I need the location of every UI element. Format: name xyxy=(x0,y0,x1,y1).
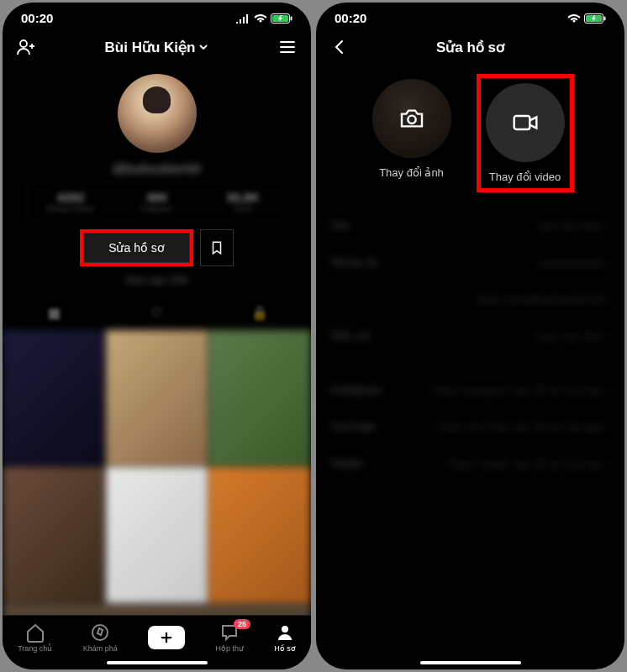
video-thumbnail[interactable] xyxy=(208,330,311,466)
bookmark-icon xyxy=(209,240,224,255)
setting-name[interactable]: Tên Bùi Hữu Kiện › xyxy=(329,207,611,244)
svg-point-3 xyxy=(20,40,27,47)
compass-icon xyxy=(90,622,110,643)
add-friend-icon[interactable] xyxy=(16,37,36,57)
video-thumbnail[interactable] xyxy=(3,330,105,466)
svg-rect-10 xyxy=(514,116,530,129)
edit-header: Sửa hồ sơ xyxy=(316,29,624,66)
svg-rect-2 xyxy=(291,16,292,20)
stats-row: 4282 Đang Follow 480 Follower 30,8K Thíc… xyxy=(27,182,287,221)
action-row: Sửa hồ sơ xyxy=(3,229,311,266)
profile-icon xyxy=(275,622,295,643)
nav-create[interactable] xyxy=(148,626,185,649)
status-icons xyxy=(567,13,606,24)
svg-rect-8 xyxy=(604,16,606,20)
profile-screen: 00:20 Bùi Hữu Kiện @buihuukien99 4282 Đa… xyxy=(3,3,311,669)
status-bar: 00:20 xyxy=(316,3,624,29)
nav-home[interactable]: Trang chủ xyxy=(18,622,52,653)
settings-list: Tên Bùi Hữu Kiện › TikTok ID buihuukien9… xyxy=(316,207,624,482)
svg-point-5 xyxy=(282,626,288,633)
edit-profile-button[interactable]: Sửa hồ sơ xyxy=(80,229,193,266)
home-indicator xyxy=(107,661,208,664)
video-circle xyxy=(486,83,565,162)
battery-icon xyxy=(584,13,606,24)
tab-videos[interactable]: ▦ xyxy=(3,297,105,329)
nav-profile[interactable]: Hồ sơ xyxy=(274,622,296,653)
battery-icon xyxy=(271,13,292,24)
change-photo-option[interactable]: Thay đổi ảnh xyxy=(372,79,451,187)
video-thumbnail[interactable] xyxy=(106,330,208,466)
home-indicator xyxy=(420,661,521,664)
edit-profile-screen: 00:20 Sửa hồ sơ Thay đổi ảnh Thay đổi vi… xyxy=(316,3,624,669)
chevron-down-icon xyxy=(198,42,208,52)
plus-icon xyxy=(159,630,174,645)
change-video-label: Thay đổi video xyxy=(489,171,561,183)
status-icons xyxy=(235,13,292,24)
photo-circle xyxy=(372,79,451,158)
home-icon xyxy=(25,622,45,643)
stat-following[interactable]: 4282 Đang Follow xyxy=(28,183,114,220)
profile-name-dropdown[interactable]: Bùi Hữu Kiện xyxy=(105,39,209,56)
inbox-badge: 25 xyxy=(234,619,250,629)
back-icon[interactable] xyxy=(329,37,350,57)
setting-twitter[interactable]: Twitter Thêm Twitter vào hồ sơ của bạn › xyxy=(329,445,611,482)
tab-private[interactable]: 🔒 xyxy=(208,297,311,329)
bio: Xem vào 70% xyxy=(3,275,311,286)
wifi-icon xyxy=(254,13,267,24)
nav-discover[interactable]: Khám phá xyxy=(83,622,118,653)
setting-youtube[interactable]: YouTube Thêm YouTube vào hồ sơ của bạn › xyxy=(329,408,611,445)
status-time: 00:20 xyxy=(21,11,53,25)
content-tabs: ▦ ♡ 🔒 xyxy=(3,297,311,330)
change-photo-label: Thay đổi ảnh xyxy=(379,166,444,179)
profile-header: Bùi Hữu Kiện xyxy=(3,29,311,66)
wifi-icon xyxy=(567,13,581,24)
setting-instagram[interactable]: Instagram Thêm Instagram vào hồ sơ của b… xyxy=(329,371,611,408)
svg-point-9 xyxy=(408,116,415,123)
status-time: 00:20 xyxy=(335,11,366,25)
video-thumbnail[interactable] xyxy=(208,467,311,603)
avatar[interactable] xyxy=(118,74,197,153)
setting-bio[interactable]: Tiểu sử Xem vào 70% › xyxy=(329,318,611,354)
video-thumbnail[interactable] xyxy=(106,467,208,603)
avatar-section xyxy=(3,74,311,153)
menu-icon[interactable] xyxy=(277,37,298,57)
camera-icon xyxy=(398,105,425,132)
tab-liked[interactable]: ♡ xyxy=(105,297,208,329)
edit-title: Sửa hồ sơ xyxy=(350,39,591,56)
video-icon xyxy=(512,109,539,136)
nav-inbox[interactable]: 25 Hộp thư xyxy=(215,622,244,653)
stat-likes[interactable]: 30,8K Thích xyxy=(200,183,287,220)
photo-options: Thay đổi ảnh Thay đổi video xyxy=(316,79,624,187)
setting-tiktok-id[interactable]: TikTok ID buihuukien99 › xyxy=(329,244,611,281)
stat-followers[interactable]: 480 Follower xyxy=(113,183,200,220)
signal-icon xyxy=(235,13,250,24)
svg-point-4 xyxy=(92,625,108,640)
status-bar: 00:20 xyxy=(3,3,311,29)
video-thumbnail[interactable] xyxy=(3,467,105,603)
setting-link[interactable]: tiktok.com/@buihuukien99 › xyxy=(329,281,611,318)
bookmark-button[interactable] xyxy=(200,229,234,266)
change-video-option[interactable]: Thay đổi video xyxy=(477,74,574,192)
username: @buihuukien99 xyxy=(3,161,311,176)
